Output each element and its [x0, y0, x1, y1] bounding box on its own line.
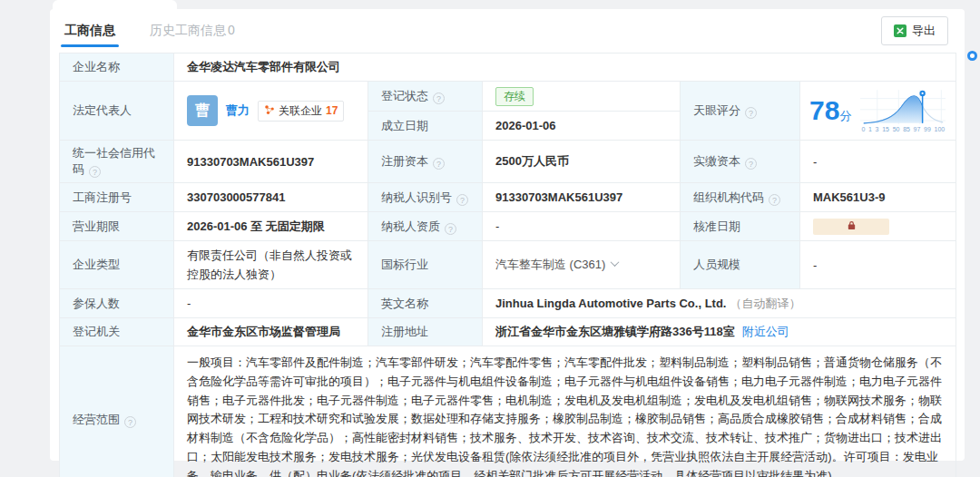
tab-history-business-info[interactable]: 历史工商信息0 — [146, 9, 239, 53]
tab-label: 历史工商信息 — [150, 23, 226, 37]
field-label: 注册资本 — [381, 154, 428, 168]
company-name-label: 企业名称 — [60, 54, 174, 82]
help-icon[interactable] — [456, 194, 468, 206]
approval-date-value — [800, 212, 956, 241]
table-row: 企业类型 有限责任公司（非自然人投资或控股的法人独资） 国标行业 汽车整车制造 … — [60, 241, 956, 289]
help-icon[interactable] — [445, 223, 456, 235]
field-label: 纳税人识别号 — [381, 190, 452, 204]
business-info-card: 工商信息 历史工商信息0 导出 企业名称 金华凌达汽车零部件有限公司 法定代表人… — [50, 9, 965, 461]
english-name-label: 英文名称 — [368, 289, 483, 318]
english-name-value: Jinhua Lingda Automotive Parts Co., Ltd.… — [483, 289, 956, 318]
field-label: 纳税人资质 — [381, 219, 440, 233]
tianyan-score-value: 78分 — [800, 82, 956, 141]
field-label: 登记状态 — [381, 89, 428, 102]
table-row: 统一社会信用代码 91330703MAK561U397 注册资本 2500万人民… — [60, 141, 956, 183]
business-term-label: 营业期限 — [60, 212, 174, 241]
help-icon[interactable] — [433, 92, 445, 104]
table-row: 工商注册号 330703000577841 纳税人识别号 91330703MAK… — [60, 183, 956, 212]
top-tab-remnant — [53, 0, 177, 9]
business-info-table: 企业名称 金华凌达汽车零部件有限公司 法定代表人 曹 曹力 关联企业 17 登记… — [59, 53, 956, 477]
insured-count-label: 参保人数 — [60, 289, 174, 318]
related-companies-label: 关联企业 — [279, 103, 322, 119]
table-row: 法定代表人 曹 曹力 关联企业 17 登记状态 存续 天眼评分 78分 — [60, 82, 956, 112]
field-label: 法定代表人 — [73, 103, 132, 117]
taxpayer-id-label: 纳税人识别号 — [368, 183, 483, 212]
export-label: 导出 — [912, 23, 936, 39]
nearby-companies-link[interactable]: 附近公司 — [742, 325, 789, 338]
staff-size-value: - — [800, 241, 956, 289]
help-icon[interactable] — [745, 107, 757, 119]
help-icon[interactable] — [433, 158, 445, 170]
field-label: 实缴资本 — [693, 154, 740, 168]
help-icon[interactable] — [124, 416, 136, 428]
help-icon[interactable] — [769, 194, 780, 206]
field-label: 企业名称 — [73, 60, 120, 73]
table-row: 参保人数 - 英文名称 Jinhua Lingda Automotive Par… — [60, 289, 956, 318]
locked-value-badge[interactable] — [813, 219, 889, 235]
export-button[interactable]: 导出 — [881, 16, 948, 45]
score-unit: 分 — [839, 109, 851, 122]
tab-business-info[interactable]: 工商信息 — [61, 9, 119, 53]
credit-code-value: 91330703MAK561U397 — [174, 141, 368, 183]
help-icon[interactable] — [745, 158, 757, 170]
tab-bar: 工商信息 历史工商信息0 导出 — [50, 9, 965, 53]
reg-capital-label: 注册资本 — [368, 141, 483, 183]
field-label: 成立日期 — [381, 119, 428, 132]
registry-authority-label: 登记机关 — [60, 318, 174, 346]
reg-address-value: 浙江省金华市金东区塘雅镇学府路336号118室附近公司 — [483, 318, 956, 346]
legal-rep-value: 曹 曹力 关联企业 17 — [174, 82, 368, 141]
taxpayer-qual-value: - — [483, 212, 681, 241]
industry-label: 国标行业 — [368, 241, 483, 289]
registry-authority-value: 金华市金东区市场监督管理局 — [174, 318, 368, 346]
help-icon[interactable] — [89, 166, 101, 178]
table-row: 营业期限 2026-01-06 至 无固定期限 纳税人资质 - 核准日期 — [60, 212, 956, 241]
tab-count: 0 — [228, 23, 235, 37]
score-number[interactable]: 78分 — [809, 97, 851, 124]
legal-rep-avatar[interactable]: 曹 — [187, 95, 218, 126]
field-label: 参保人数 — [73, 297, 120, 310]
company-type-value: 有限责任公司（非自然人投资或控股的法人独资） — [174, 241, 368, 289]
field-label: 登记机关 — [73, 325, 120, 338]
business-scope-label: 经营范围 — [60, 346, 174, 477]
table-row: 经营范围 一般项目：汽车零部件及配件制造；汽车零部件研发；汽车零配件零售；汽车零… — [60, 346, 956, 477]
reg-address-label: 注册地址 — [368, 318, 483, 346]
legal-rep-label: 法定代表人 — [60, 82, 174, 141]
field-label: 国标行业 — [381, 258, 428, 271]
field-label: 天眼评分 — [693, 103, 740, 117]
floating-widget-dot[interactable] — [967, 51, 977, 61]
related-companies-badge[interactable]: 关联企业 17 — [258, 101, 344, 122]
score-distribution-chart[interactable]: 0131550859799100 — [860, 88, 946, 133]
tab-label: 工商信息 — [64, 23, 115, 37]
staff-size-label: 人员规模 — [681, 241, 800, 289]
related-companies-count: 17 — [326, 104, 338, 117]
establish-date-label: 成立日期 — [368, 112, 483, 141]
reg-status-label: 登记状态 — [368, 82, 483, 112]
table-row: 企业名称 金华凌达汽车零部件有限公司 — [60, 54, 956, 82]
field-label: 统一社会信用代码 — [73, 146, 155, 176]
address-text: 浙江省金华市金东区塘雅镇学府路336号118室 — [495, 325, 735, 338]
taxpayer-id-value: 91330703MAK561U397 — [483, 183, 681, 212]
business-term-value: 2026-01-06 至 无固定期限 — [174, 212, 368, 241]
field-label: 企业类型 — [73, 258, 120, 271]
reg-number-value: 330703000577841 — [174, 183, 368, 212]
english-name-text: Jinhua Lingda Automotive Parts Co., Ltd. — [495, 297, 726, 310]
legal-rep-name-link[interactable]: 曹力 — [226, 102, 250, 119]
table-row: 登记机关 金华市金东区市场监督管理局 注册地址 浙江省金华市金东区塘雅镇学府路3… — [60, 318, 956, 346]
chevron-down-icon[interactable] — [611, 258, 620, 267]
field-label: 核准日期 — [693, 219, 740, 233]
field-label: 经营范围 — [73, 413, 120, 426]
auto-translate-note: （自动翻译） — [730, 297, 800, 310]
business-scope-value: 一般项目：汽车零部件及配件制造；汽车零部件研发；汽车零配件零售；汽车零配件批发；… — [174, 346, 956, 477]
related-companies-icon — [264, 104, 275, 118]
establish-date-value: 2026-01-06 — [483, 112, 681, 141]
industry-text: 汽车整车制造 (C361) — [495, 258, 605, 271]
field-label: 组织机构代码 — [693, 190, 764, 204]
approval-date-label: 核准日期 — [681, 212, 800, 241]
industry-value[interactable]: 汽车整车制造 (C361) — [483, 241, 681, 289]
lock-icon — [847, 219, 857, 233]
taxpayer-qual-label: 纳税人资质 — [368, 212, 483, 241]
org-code-label: 组织机构代码 — [681, 183, 800, 212]
excel-icon — [894, 24, 906, 37]
reg-number-label: 工商注册号 — [60, 183, 174, 212]
field-label: 人员规模 — [693, 258, 740, 271]
